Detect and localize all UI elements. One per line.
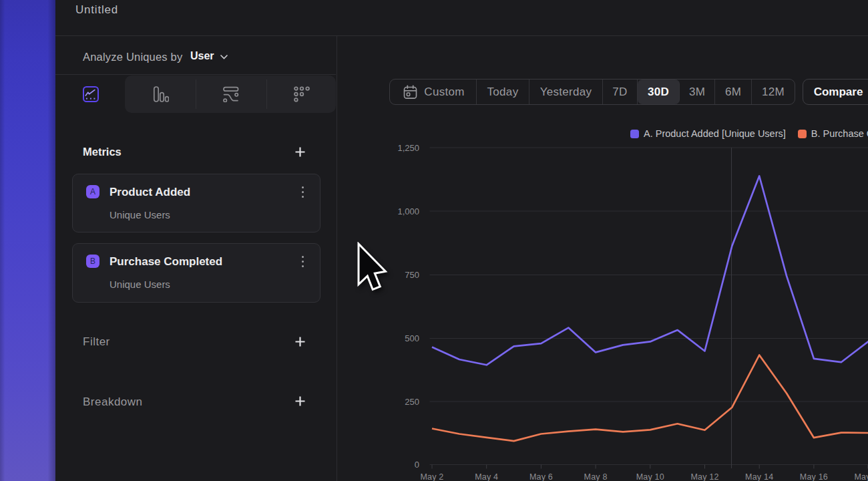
svg-text:1,000: 1,000 — [397, 206, 419, 216]
svg-text:500: 500 — [405, 333, 419, 343]
svg-text:May 4: May 4 — [475, 472, 498, 481]
svg-text:750: 750 — [405, 270, 419, 280]
svg-text:May 12: May 12 — [690, 472, 718, 481]
svg-text:0: 0 — [415, 460, 419, 470]
svg-text:May 2: May 2 — [420, 472, 443, 481]
svg-text:May 18: May 18 — [854, 472, 868, 481]
svg-text:May 16: May 16 — [800, 472, 828, 481]
svg-text:250: 250 — [405, 397, 419, 407]
svg-text:1,250: 1,250 — [397, 143, 419, 153]
svg-text:May 8: May 8 — [584, 472, 608, 481]
svg-text:May 14: May 14 — [745, 472, 773, 481]
svg-text:May 6: May 6 — [529, 472, 553, 481]
svg-text:May 10: May 10 — [636, 472, 664, 481]
